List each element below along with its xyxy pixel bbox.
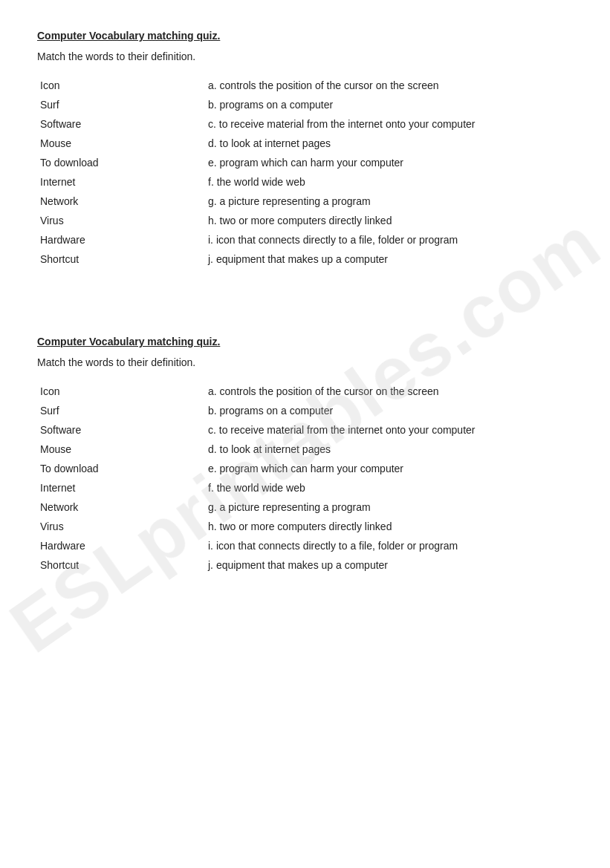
definition-cell: g. a picture representing a program [201, 192, 573, 211]
table-row: Surfb. programs on a computer [37, 401, 573, 420]
table-row: Networkg. a picture representing a progr… [37, 192, 573, 211]
word-cell: Software [37, 114, 201, 134]
definition-cell: g. a picture representing a program [201, 497, 573, 517]
quiz-table-2: Icona. controls the position of the curs… [37, 382, 573, 575]
table-row: Moused. to look at internet pages [37, 440, 573, 459]
definition-cell: b. programs on a computer [201, 95, 573, 114]
word-cell: Network [37, 497, 201, 517]
word-cell: Network [37, 192, 201, 211]
definition-cell: i. icon that connects directly to a file… [201, 230, 573, 249]
table-row: Surfb. programs on a computer [37, 95, 573, 114]
page-content: Computer Vocabulary matching quiz. Match… [37, 30, 573, 575]
table-row: Softwarec. to receive material from the … [37, 114, 573, 134]
definition-cell: c. to receive material from the internet… [201, 420, 573, 440]
quiz-instruction-1: Match the words to their definition. [37, 50, 573, 62]
word-cell: Icon [37, 76, 201, 95]
definition-cell: c. to receive material from the internet… [201, 114, 573, 134]
definition-cell: e. program which can harm your computer [201, 153, 573, 172]
definition-cell: d. to look at internet pages [201, 440, 573, 459]
word-cell: Shortcut [37, 555, 201, 575]
word-cell: Virus [37, 211, 201, 230]
definition-cell: b. programs on a computer [201, 401, 573, 420]
quiz-section-2: Computer Vocabulary matching quiz. Match… [37, 336, 573, 575]
word-cell: Virus [37, 517, 201, 536]
table-row: Virush. two or more computers directly l… [37, 211, 573, 230]
table-row: Softwarec. to receive material from the … [37, 420, 573, 440]
word-cell: Hardware [37, 536, 201, 555]
word-cell: Surf [37, 401, 201, 420]
table-row: To downloade. program which can harm you… [37, 459, 573, 478]
quiz-title-2: Computer Vocabulary matching quiz. [37, 336, 573, 347]
table-row: Internetf. the world wide web [37, 172, 573, 192]
quiz-table-1: Icona. controls the position of the curs… [37, 76, 573, 269]
definition-cell: h. two or more computers directly linked [201, 211, 573, 230]
word-cell: Software [37, 420, 201, 440]
definition-cell: j. equipment that makes up a computer [201, 555, 573, 575]
definition-cell: d. to look at internet pages [201, 134, 573, 153]
word-cell: Hardware [37, 230, 201, 249]
word-cell: To download [37, 459, 201, 478]
table-row: Virush. two or more computers directly l… [37, 517, 573, 536]
word-cell: Icon [37, 382, 201, 401]
quiz-title-1: Computer Vocabulary matching quiz. [37, 30, 573, 42]
table-row: Shortcutj. equipment that makes up a com… [37, 555, 573, 575]
quiz-instruction-2: Match the words to their definition. [37, 356, 573, 368]
definition-cell: h. two or more computers directly linked [201, 517, 573, 536]
definition-cell: f. the world wide web [201, 478, 573, 497]
definition-cell: f. the world wide web [201, 172, 573, 192]
word-cell: Mouse [37, 440, 201, 459]
table-row: Hardwarei. icon that connects directly t… [37, 230, 573, 249]
word-cell: Internet [37, 172, 201, 192]
table-row: Hardwarei. icon that connects directly t… [37, 536, 573, 555]
word-cell: Shortcut [37, 249, 201, 269]
word-cell: Surf [37, 95, 201, 114]
definition-cell: j. equipment that makes up a computer [201, 249, 573, 269]
word-cell: Mouse [37, 134, 201, 153]
definition-cell: a. controls the position of the cursor o… [201, 382, 573, 401]
table-row: To downloade. program which can harm you… [37, 153, 573, 172]
table-row: Internetf. the world wide web [37, 478, 573, 497]
word-cell: Internet [37, 478, 201, 497]
quiz-section-1: Computer Vocabulary matching quiz. Match… [37, 30, 573, 269]
word-cell: To download [37, 153, 201, 172]
table-row: Icona. controls the position of the curs… [37, 382, 573, 401]
definition-cell: e. program which can harm your computer [201, 459, 573, 478]
definition-cell: i. icon that connects directly to a file… [201, 536, 573, 555]
table-row: Moused. to look at internet pages [37, 134, 573, 153]
definition-cell: a. controls the position of the cursor o… [201, 76, 573, 95]
table-row: Networkg. a picture representing a progr… [37, 497, 573, 517]
table-row: Shortcutj. equipment that makes up a com… [37, 249, 573, 269]
table-row: Icona. controls the position of the curs… [37, 76, 573, 95]
